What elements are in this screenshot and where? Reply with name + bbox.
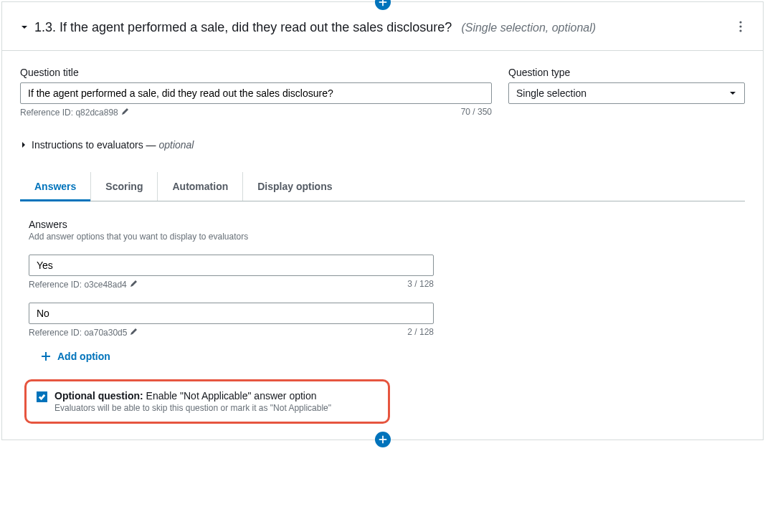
caret-down-icon bbox=[728, 89, 737, 98]
question-title-label: Question title bbox=[20, 67, 492, 78]
question-type-label: Question type bbox=[508, 67, 745, 78]
caret-down-icon bbox=[20, 23, 29, 32]
optional-question-description: Evaluators will be able to skip this que… bbox=[54, 403, 331, 413]
edit-reference-id-button[interactable] bbox=[130, 327, 138, 338]
question-heading: 1.3. If the agent performed a sale, did … bbox=[34, 20, 596, 35]
reference-id-label: Reference ID: o3ce48ad4 bbox=[29, 280, 127, 290]
optional-question-checkbox[interactable] bbox=[37, 391, 47, 402]
edit-reference-id-button[interactable] bbox=[121, 107, 130, 118]
check-icon bbox=[38, 393, 46, 401]
pencil-icon bbox=[121, 107, 130, 115]
tab-automation[interactable]: Automation bbox=[158, 172, 243, 201]
char-counter: 70 / 350 bbox=[461, 107, 492, 118]
svg-point-2 bbox=[739, 21, 741, 23]
question-title-input[interactable] bbox=[20, 82, 492, 104]
tab-answers[interactable]: Answers bbox=[20, 172, 91, 201]
svg-point-4 bbox=[739, 29, 741, 32]
plus-icon bbox=[378, 434, 388, 445]
tabs: Answers Scoring Automation Display optio… bbox=[20, 172, 745, 201]
char-counter: 2 / 128 bbox=[407, 327, 434, 338]
plus-icon bbox=[40, 351, 52, 362]
answers-heading: Answers bbox=[29, 219, 745, 230]
question-type-select[interactable]: Single selection bbox=[508, 82, 745, 104]
answers-subheading: Add answer options that you want to disp… bbox=[29, 232, 745, 242]
answer-option-input[interactable] bbox=[29, 303, 434, 324]
optional-question-highlight: Optional question: Enable "Not Applicabl… bbox=[24, 379, 390, 424]
question-type-value: Single selection bbox=[516, 87, 586, 99]
caret-right-icon bbox=[20, 141, 27, 148]
tab-display-options[interactable]: Display options bbox=[243, 172, 346, 201]
plus-icon bbox=[378, 0, 388, 7]
pencil-icon bbox=[130, 279, 138, 288]
pencil-icon bbox=[130, 327, 138, 336]
question-meta: (Single selection, optional) bbox=[461, 22, 596, 34]
more-actions-button[interactable] bbox=[736, 18, 745, 37]
reference-id-label: Reference ID: q82dca898 bbox=[20, 108, 118, 118]
edit-reference-id-button[interactable] bbox=[130, 279, 138, 290]
optional-question-label: Optional question: Enable "Not Applicabl… bbox=[54, 390, 331, 402]
collapse-toggle[interactable] bbox=[20, 22, 29, 34]
svg-point-3 bbox=[739, 25, 741, 27]
kebab-icon bbox=[739, 21, 742, 32]
add-option-label: Add option bbox=[57, 351, 110, 362]
add-option-button[interactable]: Add option bbox=[40, 351, 745, 362]
reference-id-label: Reference ID: oa70a30d5 bbox=[29, 328, 127, 338]
answer-option-input[interactable] bbox=[29, 255, 434, 276]
instructions-toggle[interactable]: Instructions to evaluators — optional bbox=[20, 139, 492, 151]
tab-scoring[interactable]: Scoring bbox=[91, 172, 158, 201]
char-counter: 3 / 128 bbox=[407, 279, 434, 290]
add-section-bottom-button[interactable] bbox=[375, 432, 391, 447]
